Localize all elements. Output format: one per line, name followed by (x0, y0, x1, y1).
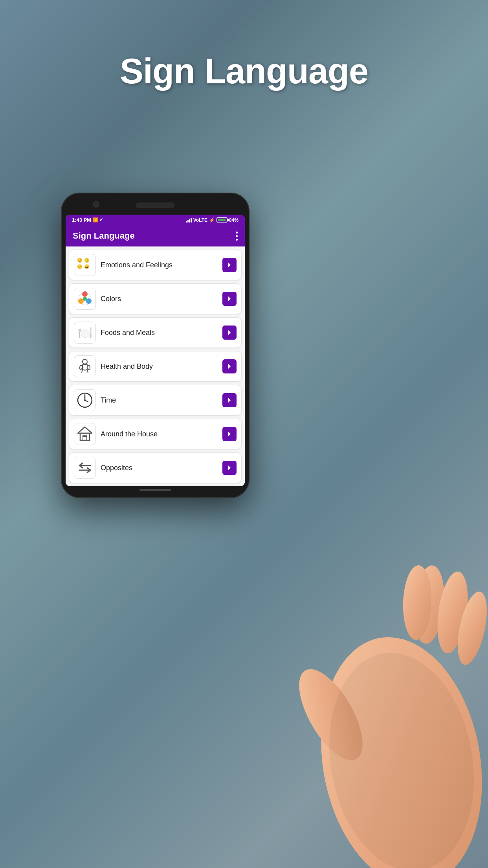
svg-marker-14 (78, 427, 92, 433)
house-icon-svg (76, 425, 94, 443)
svg-point-5 (82, 291, 88, 297)
foods-arrow[interactable] (222, 326, 237, 340)
network-label: VoLTE (193, 217, 207, 223)
status-time: 1:43 PM (72, 217, 91, 223)
health-arrow[interactable] (222, 359, 237, 373)
colors-arrow[interactable] (222, 292, 237, 306)
time-arrow[interactable] (222, 393, 237, 407)
battery-fill (218, 219, 226, 221)
svg-point-9 (83, 359, 87, 364)
status-left: 1:43 PM 📶 ✔ (72, 217, 103, 223)
time-label: Time (101, 396, 218, 405)
emotions-label: Emotions and Feelings (101, 261, 218, 269)
opposites-arrow[interactable] (222, 461, 237, 475)
phone-camera (93, 201, 99, 208)
arrow-right-icon (226, 296, 233, 302)
signal-bar-4 (191, 218, 192, 223)
foods-emoji: 🍽️ (78, 326, 92, 340)
svg-text:😔: 😔 (77, 264, 83, 269)
app-header-title: Sign Language (73, 231, 135, 241)
health-icon (74, 355, 96, 377)
app-header: Sign Language (66, 225, 245, 246)
svg-point-7 (78, 298, 84, 304)
menu-dot-2 (236, 235, 238, 237)
home-indicator (139, 489, 171, 491)
menu-dot-3 (236, 239, 238, 241)
more-options-button[interactable] (236, 232, 238, 241)
list-item-health[interactable]: Health and Body (69, 351, 242, 382)
list-item-emotions[interactable]: 😊 😐 😔 😄 Emotions and Feelings (69, 250, 242, 280)
opposites-icon (74, 457, 96, 479)
signal-bar-3 (189, 219, 190, 223)
time-icon-svg (76, 392, 94, 409)
house-label: Around the House (101, 430, 218, 438)
phone-device: 1:43 PM 📶 ✔ VoLTE ⚡ 84% (61, 193, 250, 498)
svg-point-6 (86, 298, 92, 304)
phone-screen: 1:43 PM 📶 ✔ VoLTE ⚡ 84% (66, 215, 245, 486)
colors-label: Colors (101, 295, 218, 303)
emotions-arrow[interactable] (222, 258, 237, 272)
arrow-right-icon (226, 329, 233, 336)
opposites-label: Opposites (101, 464, 218, 472)
arrow-right-icon (226, 465, 233, 471)
foods-icon: 🍽️ (74, 322, 96, 344)
emotions-icon: 😊 😐 😔 😄 (74, 254, 96, 276)
svg-text:😐: 😐 (84, 257, 90, 263)
phone-bottom-bar (66, 486, 245, 493)
svg-rect-16 (83, 436, 87, 440)
svg-text:😄: 😄 (84, 264, 90, 269)
health-label: Health and Body (101, 362, 218, 371)
house-arrow[interactable] (222, 427, 237, 441)
phone-speaker (136, 202, 175, 208)
svg-text:😊: 😊 (77, 257, 83, 263)
opposites-icon-svg (76, 459, 94, 476)
time-icon (74, 389, 96, 411)
signal-bars (186, 218, 192, 223)
list-item-foods[interactable]: 🍽️ Foods and Meals (69, 317, 242, 348)
house-icon (74, 423, 96, 445)
category-list: 😊 😐 😔 😄 Emotions and Feelings (66, 246, 245, 486)
arrow-right-icon (226, 397, 233, 403)
colors-icon (74, 288, 96, 310)
phone-frame: 1:43 PM 📶 ✔ VoLTE ⚡ 84% (61, 193, 250, 498)
lightning-icon: ⚡ (209, 217, 215, 223)
status-icons: 📶 ✔ (93, 217, 103, 223)
list-item-time[interactable]: Time (69, 385, 242, 416)
svg-point-8 (83, 297, 87, 301)
phone-top-bar (66, 197, 245, 213)
battery-bar (216, 217, 227, 223)
arrow-right-icon (226, 262, 233, 268)
signal-bar-1 (186, 221, 187, 223)
arrow-right-icon (226, 431, 233, 437)
list-item-house[interactable]: Around the House (69, 419, 242, 449)
status-right: VoLTE ⚡ 84% (186, 217, 238, 223)
emotions-icon-svg: 😊 😐 😔 😄 (76, 256, 94, 274)
foods-label: Foods and Meals (101, 329, 218, 337)
signal-bar-2 (187, 220, 189, 223)
menu-dot-1 (236, 232, 238, 234)
colors-icon-svg (76, 290, 94, 307)
status-bar: 1:43 PM 📶 ✔ VoLTE ⚡ 84% (66, 215, 245, 225)
page-title: Sign Language (0, 51, 488, 92)
health-icon-svg (76, 358, 94, 375)
arrow-right-icon (226, 363, 233, 370)
battery-percent: 84% (229, 217, 238, 223)
list-item-colors[interactable]: Colors (69, 283, 242, 314)
list-item-opposites[interactable]: Opposites (69, 452, 242, 483)
